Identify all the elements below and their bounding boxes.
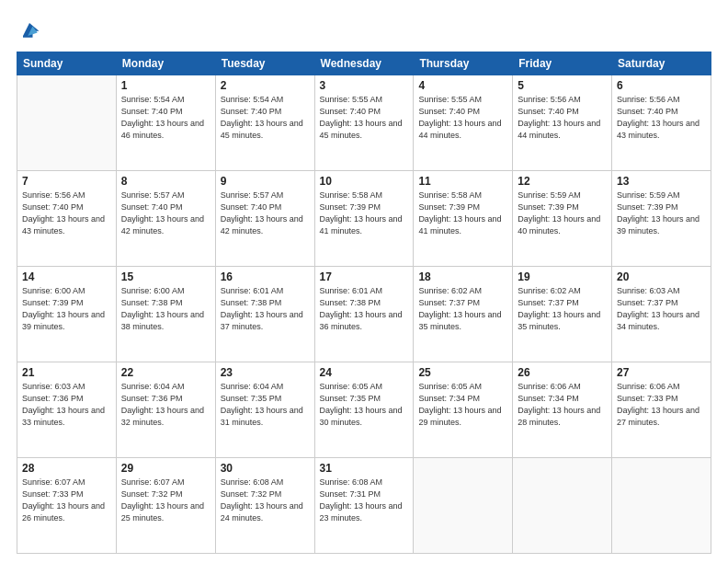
cell-info: Sunrise: 5:55 AM Sunset: 7:40 PM Dayligh… <box>320 94 409 142</box>
cell-info: Sunrise: 5:56 AM Sunset: 7:40 PM Dayligh… <box>518 94 607 142</box>
calendar-header-row: SundayMondayTuesdayWednesdayThursdayFrid… <box>17 52 711 75</box>
calendar-cell: 27Sunrise: 6:06 AM Sunset: 7:33 PM Dayli… <box>612 362 711 458</box>
calendar-cell: 17Sunrise: 6:01 AM Sunset: 7:38 PM Dayli… <box>314 267 414 362</box>
cell-info: Sunrise: 6:04 AM Sunset: 7:36 PM Dayligh… <box>121 381 210 429</box>
calendar-cell: 26Sunrise: 6:06 AM Sunset: 7:34 PM Dayli… <box>513 362 612 458</box>
calendar-table: SundayMondayTuesdayWednesdayThursdayFrid… <box>17 52 711 554</box>
calendar-cell: 1Sunrise: 5:54 AM Sunset: 7:40 PM Daylig… <box>116 75 215 171</box>
cell-info: Sunrise: 5:59 AM Sunset: 7:39 PM Dayligh… <box>518 190 607 237</box>
day-number: 5 <box>518 79 607 92</box>
cell-info: Sunrise: 6:05 AM Sunset: 7:34 PM Dayligh… <box>418 381 507 429</box>
calendar-cell: 11Sunrise: 5:58 AM Sunset: 7:39 PM Dayli… <box>414 171 513 267</box>
day-header-friday: Friday <box>513 52 612 75</box>
cell-info: Sunrise: 5:59 AM Sunset: 7:39 PM Dayligh… <box>617 190 706 237</box>
day-header-monday: Monday <box>116 52 215 75</box>
cell-info: Sunrise: 5:54 AM Sunset: 7:40 PM Dayligh… <box>221 94 310 142</box>
calendar-cell: 7Sunrise: 5:56 AM Sunset: 7:40 PM Daylig… <box>17 171 117 267</box>
cell-info: Sunrise: 5:57 AM Sunset: 7:40 PM Dayligh… <box>221 190 310 237</box>
day-number: 6 <box>617 79 706 92</box>
day-number: 15 <box>121 270 210 283</box>
day-number: 26 <box>518 366 607 379</box>
calendar-cell <box>414 458 513 554</box>
day-number: 27 <box>617 366 706 379</box>
calendar-cell: 13Sunrise: 5:59 AM Sunset: 7:39 PM Dayli… <box>612 171 711 267</box>
day-number: 4 <box>418 79 507 92</box>
calendar-cell: 19Sunrise: 6:02 AM Sunset: 7:37 PM Dayli… <box>513 267 612 362</box>
day-number: 30 <box>221 462 310 475</box>
cell-info: Sunrise: 6:05 AM Sunset: 7:35 PM Dayligh… <box>320 381 409 429</box>
day-header-saturday: Saturday <box>612 52 711 75</box>
day-number: 13 <box>617 175 706 188</box>
day-number: 7 <box>22 175 111 188</box>
day-number: 29 <box>121 462 210 475</box>
day-number: 21 <box>22 366 111 379</box>
cell-info: Sunrise: 5:56 AM Sunset: 7:40 PM Dayligh… <box>617 94 706 142</box>
calendar-cell: 20Sunrise: 6:03 AM Sunset: 7:37 PM Dayli… <box>612 267 711 362</box>
day-header-sunday: Sunday <box>17 52 117 75</box>
calendar-cell: 9Sunrise: 5:57 AM Sunset: 7:40 PM Daylig… <box>215 171 314 267</box>
cell-info: Sunrise: 6:01 AM Sunset: 7:38 PM Dayligh… <box>320 285 409 333</box>
calendar-cell: 31Sunrise: 6:08 AM Sunset: 7:31 PM Dayli… <box>314 458 414 554</box>
calendar-cell: 14Sunrise: 6:00 AM Sunset: 7:39 PM Dayli… <box>17 267 117 362</box>
calendar-cell <box>513 458 612 554</box>
cell-info: Sunrise: 6:07 AM Sunset: 7:33 PM Dayligh… <box>22 477 111 524</box>
cell-info: Sunrise: 5:54 AM Sunset: 7:40 PM Dayligh… <box>121 94 210 142</box>
cell-info: Sunrise: 5:57 AM Sunset: 7:40 PM Dayligh… <box>121 190 210 237</box>
day-number: 14 <box>22 270 111 283</box>
day-number: 9 <box>221 175 310 188</box>
day-number: 2 <box>221 79 310 92</box>
day-number: 23 <box>221 366 310 379</box>
cell-info: Sunrise: 6:06 AM Sunset: 7:34 PM Dayligh… <box>518 381 607 429</box>
cell-info: Sunrise: 6:06 AM Sunset: 7:33 PM Dayligh… <box>617 381 706 429</box>
header <box>17 17 711 42</box>
cell-info: Sunrise: 5:58 AM Sunset: 7:39 PM Dayligh… <box>418 190 507 237</box>
cell-info: Sunrise: 6:03 AM Sunset: 7:37 PM Dayligh… <box>617 285 706 333</box>
calendar-cell: 29Sunrise: 6:07 AM Sunset: 7:32 PM Dayli… <box>116 458 215 554</box>
calendar-cell: 15Sunrise: 6:00 AM Sunset: 7:38 PM Dayli… <box>116 267 215 362</box>
day-number: 1 <box>121 79 210 92</box>
cell-info: Sunrise: 6:01 AM Sunset: 7:38 PM Dayligh… <box>221 285 310 333</box>
calendar-cell: 2Sunrise: 5:54 AM Sunset: 7:40 PM Daylig… <box>215 75 314 171</box>
calendar-week-2: 7Sunrise: 5:56 AM Sunset: 7:40 PM Daylig… <box>17 171 711 267</box>
day-number: 20 <box>617 270 706 283</box>
day-number: 19 <box>518 270 607 283</box>
page: SundayMondayTuesdayWednesdayThursdayFrid… <box>0 0 728 563</box>
calendar-cell: 4Sunrise: 5:55 AM Sunset: 7:40 PM Daylig… <box>414 75 513 171</box>
calendar-cell: 12Sunrise: 5:59 AM Sunset: 7:39 PM Dayli… <box>513 171 612 267</box>
day-number: 16 <box>221 270 310 283</box>
cell-info: Sunrise: 6:02 AM Sunset: 7:37 PM Dayligh… <box>418 285 507 333</box>
day-number: 11 <box>418 175 507 188</box>
day-number: 12 <box>518 175 607 188</box>
calendar-cell: 22Sunrise: 6:04 AM Sunset: 7:36 PM Dayli… <box>116 362 215 458</box>
calendar-cell: 16Sunrise: 6:01 AM Sunset: 7:38 PM Dayli… <box>215 267 314 362</box>
day-number: 24 <box>320 366 409 379</box>
calendar-week-5: 28Sunrise: 6:07 AM Sunset: 7:33 PM Dayli… <box>17 458 711 554</box>
calendar-cell <box>17 75 117 171</box>
calendar-cell: 10Sunrise: 5:58 AM Sunset: 7:39 PM Dayli… <box>314 171 414 267</box>
calendar-cell: 21Sunrise: 6:03 AM Sunset: 7:36 PM Dayli… <box>17 362 117 458</box>
day-header-thursday: Thursday <box>414 52 513 75</box>
calendar-cell: 6Sunrise: 5:56 AM Sunset: 7:40 PM Daylig… <box>612 75 711 171</box>
cell-info: Sunrise: 6:00 AM Sunset: 7:39 PM Dayligh… <box>22 285 111 333</box>
calendar-cell: 8Sunrise: 5:57 AM Sunset: 7:40 PM Daylig… <box>116 171 215 267</box>
day-number: 28 <box>22 462 111 475</box>
cell-info: Sunrise: 6:08 AM Sunset: 7:31 PM Dayligh… <box>320 477 409 524</box>
calendar-cell: 3Sunrise: 5:55 AM Sunset: 7:40 PM Daylig… <box>314 75 414 171</box>
day-number: 17 <box>320 270 409 283</box>
day-header-tuesday: Tuesday <box>215 52 314 75</box>
calendar-cell: 25Sunrise: 6:05 AM Sunset: 7:34 PM Dayli… <box>414 362 513 458</box>
day-header-wednesday: Wednesday <box>314 52 414 75</box>
calendar-week-3: 14Sunrise: 6:00 AM Sunset: 7:39 PM Dayli… <box>17 267 711 362</box>
day-number: 3 <box>320 79 409 92</box>
cell-info: Sunrise: 6:08 AM Sunset: 7:32 PM Dayligh… <box>221 477 310 524</box>
calendar-cell: 18Sunrise: 6:02 AM Sunset: 7:37 PM Dayli… <box>414 267 513 362</box>
calendar-week-4: 21Sunrise: 6:03 AM Sunset: 7:36 PM Dayli… <box>17 362 711 458</box>
logo <box>17 17 46 42</box>
calendar-week-1: 1Sunrise: 5:54 AM Sunset: 7:40 PM Daylig… <box>17 75 711 171</box>
cell-info: Sunrise: 6:00 AM Sunset: 7:38 PM Dayligh… <box>121 285 210 333</box>
calendar-cell: 28Sunrise: 6:07 AM Sunset: 7:33 PM Dayli… <box>17 458 117 554</box>
calendar-cell: 5Sunrise: 5:56 AM Sunset: 7:40 PM Daylig… <box>513 75 612 171</box>
cell-info: Sunrise: 6:04 AM Sunset: 7:35 PM Dayligh… <box>221 381 310 429</box>
cell-info: Sunrise: 6:02 AM Sunset: 7:37 PM Dayligh… <box>518 285 607 333</box>
day-number: 18 <box>418 270 507 283</box>
